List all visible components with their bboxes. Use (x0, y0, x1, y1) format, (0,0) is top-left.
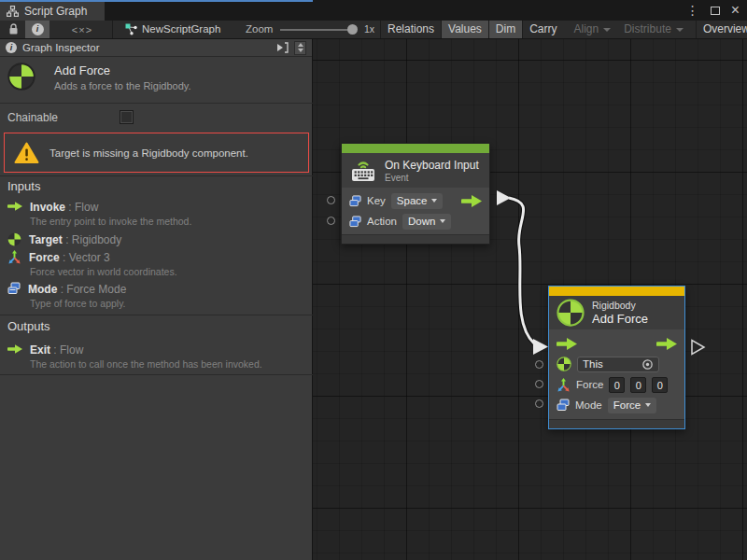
align-label: Align (574, 21, 599, 38)
input-row-force: Force : Vector 3 Force vector in world c… (7, 249, 306, 277)
force-z-input[interactable]: 0 (652, 377, 668, 393)
port-type: : Rigidbody (63, 233, 121, 246)
port-description: Type of force to apply. (30, 298, 306, 309)
port-name: Exit (30, 343, 50, 357)
port-name: Force (29, 251, 60, 264)
dock-panel-icon[interactable] (275, 42, 289, 53)
node-title: Add Force (592, 312, 648, 326)
force-row: Force 0 0 0 (549, 374, 684, 395)
port-description: The action to call once the method has b… (30, 358, 306, 370)
node-add-force[interactable]: Rigidbody Add Force (548, 286, 685, 429)
panel-scrubber[interactable] (294, 41, 306, 55)
input-row-invoke: Invoke : Flow The entry point to invoke … (7, 199, 306, 227)
event-node-color-bar (342, 144, 489, 153)
graph-asset-icon-button[interactable] (123, 21, 140, 38)
node-footer (549, 419, 684, 428)
zoom-slider-handle[interactable] (347, 24, 358, 35)
lock-button[interactable] (2, 21, 24, 38)
action-row: Action Down (342, 211, 489, 231)
chevron-down-icon (298, 49, 303, 52)
chevron-down-icon (645, 403, 651, 407)
flow-output-port[interactable] (461, 195, 482, 207)
target-row: This (549, 354, 684, 374)
mode-label: Mode (575, 399, 602, 411)
flow-input-port[interactable] (557, 338, 577, 350)
node-titles: On Keyboard Input Event (385, 159, 479, 183)
port-type: : Force Mode (57, 283, 126, 296)
graph-name-label[interactable]: NewScriptGraph (142, 21, 220, 38)
align-dropdown[interactable]: Align (568, 21, 618, 38)
script-graph-window: Script Graph ⋮ × i <×> (0, 0, 747, 560)
inputs-header: Inputs (7, 179, 40, 193)
target-value: This (583, 358, 603, 370)
action-dropdown[interactable]: Down (402, 214, 451, 230)
overview-button[interactable]: Overview (696, 21, 747, 38)
chevron-down-icon (676, 28, 684, 32)
node-on-keyboard-input[interactable]: On Keyboard Input Event Key Space (341, 143, 490, 245)
relations-button[interactable]: Relations (380, 21, 441, 38)
force-x-input[interactable]: 0 (609, 377, 625, 393)
rigidbody-unit-icon (7, 63, 35, 91)
maximize-icon[interactable] (711, 7, 720, 15)
output-row-exit: Exit : Flow The action to call once the … (7, 342, 306, 370)
mode-port[interactable] (535, 399, 543, 408)
rigidbody-icon (7, 232, 21, 246)
distribute-label: Distribute (624, 21, 671, 38)
mode-value: Force (613, 399, 641, 411)
warning-box: Target is missing a Rigidbody component. (4, 133, 309, 173)
chevron-down-icon (440, 219, 445, 223)
inspector-toggle-button[interactable]: i (25, 21, 49, 38)
toolbar-toggle-group: Relations Values Dim Carry Align Distrib… (380, 21, 747, 38)
graph-asset-icon (125, 23, 138, 35)
rigidbody-icon (557, 357, 571, 371)
key-port[interactable] (327, 196, 335, 204)
graph-inspector-panel: i Graph Inspector Add Force Adds a force… (0, 39, 313, 560)
divider (0, 374, 313, 375)
force-port[interactable] (535, 380, 543, 388)
warning-icon (14, 142, 39, 164)
port-type: : Vector 3 (60, 251, 110, 264)
port-name: Mode (28, 283, 57, 296)
action-value: Down (408, 216, 435, 227)
outputs-header: Outputs (7, 319, 50, 333)
zoom-slider-track[interactable] (280, 29, 353, 31)
node-header: Rigidbody Add Force (549, 296, 684, 329)
port-type: : Flow (65, 201, 98, 214)
mode-dropdown[interactable]: Force (608, 398, 656, 413)
object-picker-icon[interactable] (641, 358, 654, 371)
values-button[interactable]: Values (441, 21, 488, 38)
warning-text: Target is missing a Rigidbody component. (49, 147, 248, 159)
title-bar: Script Graph ⋮ × (0, 0, 747, 21)
node-footer (342, 234, 489, 244)
node-body: Key Space Action Down (342, 188, 489, 234)
key-row: Key Space (342, 190, 489, 211)
chainable-label: Chainable (7, 111, 58, 124)
node-title: On Keyboard Input (385, 159, 479, 172)
edit-script-button[interactable]: <×> (62, 21, 103, 38)
port-name: Invoke (30, 201, 65, 214)
flow-output-port[interactable] (656, 338, 677, 350)
action-port[interactable] (327, 217, 335, 225)
tab-script-graph[interactable]: Script Graph (0, 2, 105, 21)
info-icon: i (32, 23, 44, 35)
input-row-target: Target : Rigidbody (7, 231, 306, 246)
dim-button[interactable]: Dim (488, 21, 522, 38)
distribute-dropdown[interactable]: Distribute (617, 21, 690, 38)
target-port[interactable] (535, 360, 543, 369)
port-name: Target (29, 233, 63, 246)
close-icon[interactable]: × (731, 0, 740, 21)
port-description: Force vector in world coordinates. (30, 266, 306, 277)
divider (0, 315, 313, 315)
input-row-mode: Mode : Force Mode Type of force to apply… (7, 281, 306, 309)
unit-title: Add Force (54, 63, 110, 77)
key-dropdown[interactable]: Space (391, 193, 444, 209)
port-description: The entry point to invoke the method. (30, 216, 306, 227)
enum-icon (349, 195, 361, 207)
carry-button[interactable]: Carry (522, 21, 563, 38)
chainable-checkbox[interactable] (120, 110, 134, 124)
force-y-input[interactable]: 0 (630, 377, 646, 393)
force-label: Force (576, 379, 603, 390)
kebab-menu-icon[interactable]: ⋮ (686, 0, 699, 21)
target-object-field[interactable]: This (577, 357, 659, 372)
script-graph-icon (7, 6, 19, 17)
